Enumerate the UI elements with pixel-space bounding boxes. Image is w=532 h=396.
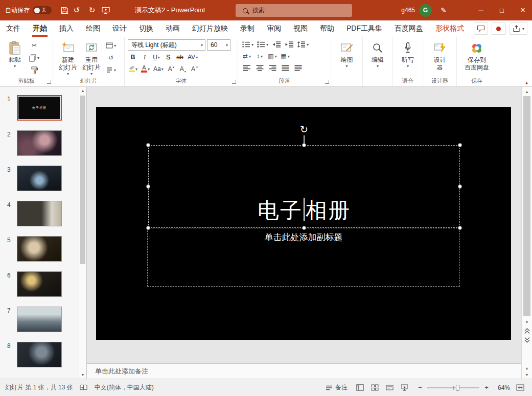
slide-thumbnail-7[interactable] [17, 307, 62, 332]
reuse-slides-button[interactable]: 重用 幻灯片 ▾ [80, 39, 103, 77]
customize-qat-button[interactable]: ▾ [113, 4, 126, 17]
slide-thumbnail-8[interactable] [17, 342, 62, 367]
columns-button[interactable]: ▥▾ [267, 51, 278, 61]
tab-slideshow[interactable]: 幻灯片放映 [186, 20, 234, 37]
increase-indent-button[interactable] [284, 39, 295, 50]
minimize-button[interactable]: ─ [472, 0, 490, 20]
font-size-combo[interactable]: 60▾ [207, 39, 230, 51]
line-spacing-button[interactable]: ▾ [296, 39, 310, 50]
slide[interactable]: ↻ 电子相册 单击此处添加副标题 [96, 107, 511, 340]
font-color-button[interactable]: A▾ [140, 64, 151, 74]
tab-transitions[interactable]: 切换 [133, 20, 159, 37]
bullets-button[interactable]: ▾ [241, 39, 255, 50]
align-right-button[interactable] [267, 63, 278, 73]
subtitle-placeholder[interactable]: 单击此处添加副标题 [147, 228, 460, 287]
view-slide-sorter-button[interactable] [368, 382, 381, 394]
zoom-slider[interactable] [427, 387, 479, 388]
bold-button[interactable]: B [128, 52, 138, 62]
slide-thumbnail-6[interactable] [17, 271, 62, 297]
previous-slide-button[interactable] [523, 327, 531, 335]
ribbon-display-options-button[interactable]: ▾ [454, 3, 469, 18]
increase-font-button[interactable]: A▴ [166, 64, 176, 74]
tab-record[interactable]: 录制 [234, 20, 261, 37]
thumbnail-scrollbar-thumb[interactable] [80, 96, 85, 264]
save-button[interactable] [58, 4, 71, 17]
vertical-scrollbar[interactable]: ▴ ▾ ▴ ▾ [521, 87, 532, 379]
maximize-button[interactable]: □ [493, 0, 511, 20]
zoom-in-button[interactable]: + [483, 384, 490, 391]
rotate-handle[interactable]: ↻ [298, 123, 310, 135]
designer-button[interactable]: 设计 器 [428, 39, 452, 72]
scroll-up-button[interactable]: ▴ [522, 87, 532, 96]
thumbnail-scrollbar[interactable]: ▴ ▾ [79, 87, 86, 379]
resize-handle-e[interactable] [458, 184, 462, 189]
scroll-down-button[interactable]: ▾ [522, 318, 532, 326]
thumbnail-scroll-up-button[interactable]: ▴ [79, 87, 86, 95]
resize-handle-ne[interactable] [458, 143, 462, 147]
start-slideshow-button[interactable] [100, 4, 112, 17]
tab-shape-format[interactable]: 形状格式 [429, 20, 470, 37]
resize-handle-n[interactable] [302, 143, 306, 147]
zoom-slider-thumb[interactable] [456, 385, 459, 391]
tab-home[interactable]: 开始 [27, 20, 53, 37]
tab-review[interactable]: 审阅 [261, 20, 287, 37]
cut-button[interactable]: ✂ [28, 40, 40, 51]
autosave-toggle[interactable]: 自动保存 关 [5, 6, 52, 15]
tab-baidu-netdisk[interactable]: 百度网盘 [388, 20, 429, 37]
clear-formatting-button[interactable]: A× [190, 64, 200, 74]
collapse-ribbon-button[interactable]: ▴ [525, 80, 528, 85]
italic-button[interactable]: I [140, 52, 150, 62]
reset-slide-button[interactable]: ↺ [105, 53, 117, 63]
undo-button[interactable]: ↺▾ [72, 4, 84, 17]
resize-handle-nw[interactable] [146, 143, 150, 147]
redo-button[interactable]: ↻ [86, 4, 98, 17]
view-reading-button[interactable] [383, 382, 396, 394]
convert-smartart-button[interactable]: ▦▾ [280, 51, 291, 61]
avatar[interactable]: G [419, 4, 432, 17]
record-button[interactable] [492, 22, 506, 35]
tab-help[interactable]: 帮助 [314, 20, 340, 37]
paragraph-dialog-launcher[interactable] [325, 80, 329, 84]
title-placeholder[interactable]: 电子相册 [148, 145, 460, 228]
draw-button[interactable]: 绘图 ▾ [335, 39, 359, 69]
section-button[interactable]: ▾ [105, 65, 117, 75]
text-direction-button[interactable]: ⇄▾ [241, 51, 252, 61]
tab-file[interactable]: 文件 [0, 20, 27, 37]
character-spacing-button[interactable]: AV▾ [187, 52, 199, 62]
slide-layout-button[interactable]: ▾ [105, 40, 117, 51]
language-button[interactable]: 中文(简体，中国大陆) [95, 383, 154, 392]
comments-button[interactable] [474, 22, 488, 35]
tab-insert[interactable]: 插入 [53, 20, 80, 37]
format-painter-button[interactable] [28, 65, 40, 75]
notes-toggle[interactable]: 备注 [326, 383, 348, 392]
new-slide-button[interactable]: 新建 幻灯片 ▾ [56, 39, 80, 77]
decrease-font-button[interactable]: A▾ [178, 64, 188, 74]
zoom-out-button[interactable]: − [417, 384, 424, 391]
close-button[interactable]: × [514, 0, 532, 20]
autosave-switch[interactable]: 关 [33, 6, 52, 14]
share-button[interactable]: ▾ [510, 22, 527, 35]
notes-scroll-down-button[interactable]: ▾ [522, 370, 532, 379]
distribute-button[interactable] [292, 63, 304, 73]
clipboard-dialog-launcher[interactable] [47, 80, 51, 84]
numbering-button[interactable]: ▾ [256, 39, 269, 50]
notes-pane[interactable]: 单击此处添加备注 [87, 363, 521, 379]
paste-button[interactable]: 粘贴 ▾ [3, 39, 27, 69]
resize-handle-w[interactable] [146, 184, 150, 189]
align-center-button[interactable] [254, 63, 265, 73]
strikethrough-button[interactable]: ab [175, 52, 185, 62]
slide-thumbnail-3[interactable] [17, 166, 62, 191]
tab-animations[interactable]: 动画 [159, 20, 186, 37]
view-normal-button[interactable] [353, 382, 366, 394]
align-left-button[interactable] [241, 63, 252, 73]
font-name-combo[interactable]: 等线 Light (标题)▾ [128, 39, 205, 51]
user-id[interactable]: g465 [401, 7, 415, 14]
tab-pdf-tools[interactable]: PDF工具集 [340, 20, 388, 37]
text-shadow-button[interactable]: S [163, 52, 173, 62]
decrease-indent-button[interactable] [271, 39, 282, 50]
align-text-button[interactable]: ↕▾ [254, 51, 265, 61]
change-case-button[interactable]: Aa▾ [152, 64, 165, 74]
spellcheck-button[interactable] [80, 384, 88, 391]
fit-to-window-button[interactable] [514, 382, 527, 394]
tab-draw[interactable]: 绘图 [80, 20, 106, 37]
